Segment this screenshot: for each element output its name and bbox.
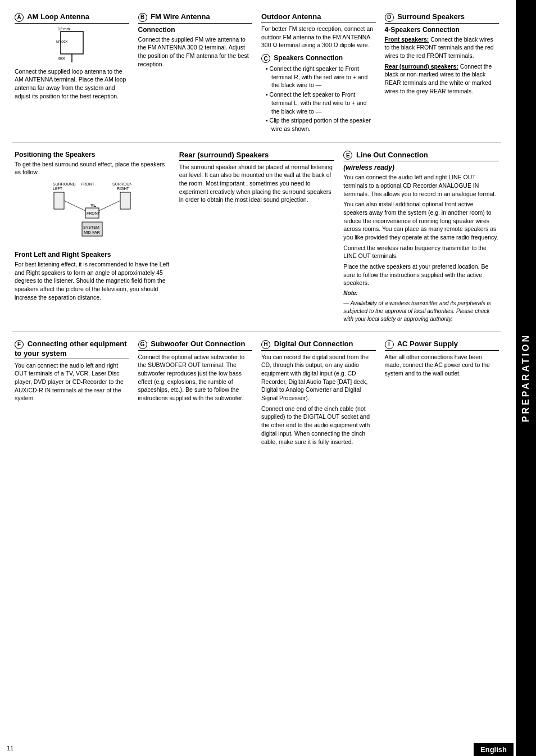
circle-c: C <box>261 54 270 63</box>
section-c: Outdoor Antenna For better FM stereo rec… <box>259 10 378 137</box>
svg-text:YL: YL <box>90 203 96 208</box>
section-e-text4: Place the active speakers at your prefer… <box>343 262 499 287</box>
positioning-text: To get the best surround sound effect, p… <box>15 160 170 176</box>
section-a: A AM Loop Antenna 12 mm unlock lock Conn… <box>12 10 131 137</box>
side-label-text: PREPARATION <box>521 333 531 422</box>
page-number: 11 <box>7 745 13 752</box>
positioning-title: Positioning the Speakers <box>15 151 170 159</box>
svg-text:MID-FAR: MID-FAR <box>84 230 100 234</box>
svg-text:FRONT: FRONT <box>87 211 101 215</box>
section-d-front-speakers: Front speakers: Connect the black wires … <box>385 35 499 60</box>
speaker-diagram: SURROUND LEFT FRONT FRONT SYSTEM MID-FAR <box>15 180 170 247</box>
circle-a: A <box>15 13 24 22</box>
section-rear-surround: Rear (surround) Speakers The surround sp… <box>177 148 337 326</box>
section-h-title: H Digital Out Connection <box>261 339 376 351</box>
section-d-title: D Surround Speakers <box>385 12 499 24</box>
section-e-text2: You can also install additional optional… <box>343 200 499 241</box>
svg-text:FRONT: FRONT <box>81 182 95 186</box>
section-c-outdoor-text: For better FM stereo reception, connect … <box>261 25 376 49</box>
svg-text:SURROUND: SURROUND <box>112 182 131 186</box>
rear-surround-text: The surround speaker should be placed at… <box>179 163 335 204</box>
section-a-title: A AM Loop Antenna <box>15 12 129 24</box>
section-g: G Subwoofer Out Connection Connect the o… <box>136 337 255 448</box>
bullet-c-3: Clip the stripped portion of the speaker… <box>266 116 376 133</box>
section-c-outdoor-title: Outdoor Antenna <box>261 12 376 22</box>
circle-b: B <box>138 13 147 22</box>
section-b-title: B FM Wire Antenna <box>138 12 253 24</box>
english-label: English <box>474 743 514 756</box>
section-f: F Connecting other equipment to your sys… <box>12 337 131 448</box>
section-h-text2: Connect one end of the cinch cable (not … <box>261 405 376 446</box>
svg-text:SURROUND: SURROUND <box>53 182 75 186</box>
svg-text:12 mm: 12 mm <box>58 27 70 31</box>
section-e-subtitle: (wireless ready) <box>343 164 499 171</box>
top-section: A AM Loop Antenna 12 mm unlock lock Conn… <box>12 10 501 143</box>
section-d-rear-label: Rear (surround) speakers: <box>385 63 458 70</box>
antenna-diagram: 12 mm unlock lock <box>55 26 89 65</box>
bullet-c-1: Connect the right speaker to Front termi… <box>266 65 376 89</box>
section-d: D Surround Speakers 4-Speakers Connectio… <box>383 10 502 137</box>
section-e-text1: You can connect the audio left and right… <box>343 173 499 198</box>
section-b: B FM Wire Antenna Connection Connect the… <box>136 10 255 137</box>
section-e-title: E Line Out Connection <box>343 151 499 162</box>
section-e-text3: Connect the wireless radio frequency tra… <box>343 244 499 260</box>
section-d-rear-speakers: Rear (surround) speakers: Connect the bl… <box>385 62 499 96</box>
section-g-text1: Connect the optional active subwoofer to… <box>138 353 253 402</box>
front-left-right-text: For best listening effect, it is recomme… <box>15 260 170 301</box>
page-container: PREPARATION A AM Loop Antenna 12 mm u <box>0 0 536 756</box>
section-f-text: You can connect the audio left and right… <box>15 361 129 402</box>
bottom-section: F Connecting other equipment to your sys… <box>12 337 501 448</box>
side-label: PREPARATION <box>516 0 536 756</box>
svg-rect-14 <box>120 192 130 209</box>
svg-line-18 <box>99 201 120 211</box>
mid-section: Positioning the Speakers To get the best… <box>12 148 501 332</box>
section-positioning: Positioning the Speakers To get the best… <box>12 148 172 326</box>
bullet-c-2: Connect the left speaker to Front termin… <box>266 90 376 115</box>
svg-text:lock: lock <box>58 56 65 60</box>
svg-rect-7 <box>54 192 64 209</box>
section-h-text1: You can record the digital sound from th… <box>261 353 376 402</box>
section-d-subtitle: 4-Speakers Connection <box>385 26 499 34</box>
section-b-subtitle: Connection <box>138 26 253 34</box>
section-b-text: Connect the supplied FM wire antenna to … <box>138 35 253 69</box>
circle-f: F <box>15 340 24 349</box>
section-h: H Digital Out Connection You can record … <box>259 337 378 448</box>
rear-surround-title: Rear (surround) Speakers <box>179 151 335 161</box>
circle-i: I <box>385 340 394 349</box>
section-f-title: F Connecting other equipment to your sys… <box>15 339 129 359</box>
section-d-front-label: Front speakers: <box>385 36 429 43</box>
section-c-bullets: Connect the right speaker to Front termi… <box>261 65 376 133</box>
section-e-note-text: — Availability of a wireless transmitter… <box>343 300 499 323</box>
section-i-title: I AC Power Supply <box>385 339 499 351</box>
circle-h: H <box>261 340 270 349</box>
section-c-speakers-title: C Speakers Connection <box>261 54 376 63</box>
section-i: I AC Power Supply After all other connec… <box>383 337 502 448</box>
section-g-title: G Subwoofer Out Connection <box>138 339 253 351</box>
svg-line-17 <box>64 201 85 211</box>
note-title: Note: <box>343 290 358 296</box>
circle-e: E <box>343 151 352 160</box>
section-a-text: Connect the supplied loop antenna to the… <box>15 67 129 101</box>
svg-text:LEFT: LEFT <box>53 187 63 191</box>
front-left-right-title: Front Left and Right Speakers <box>15 251 170 259</box>
svg-text:SYSTEM: SYSTEM <box>83 225 99 229</box>
section-e: E Line Out Connection (wireless ready) Y… <box>341 148 501 326</box>
svg-text:unlock: unlock <box>56 39 68 43</box>
section-i-text1: After all other connections have been ma… <box>385 353 499 378</box>
section-e-note-title: Note: <box>343 289 499 297</box>
circle-d: D <box>385 13 394 22</box>
main-content: A AM Loop Antenna 12 mm unlock lock Conn… <box>6 6 508 452</box>
svg-text:RIGHT: RIGHT <box>117 187 130 191</box>
circle-g: G <box>138 340 147 349</box>
